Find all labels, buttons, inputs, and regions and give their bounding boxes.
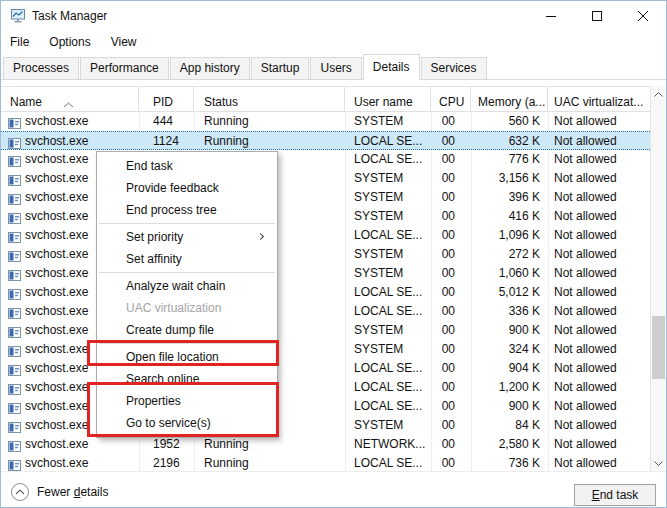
tab-bar: Processes Performance App history Startu… [1, 53, 666, 80]
process-memory: 84 K [471, 416, 548, 435]
close-button[interactable] [620, 1, 666, 31]
process-memory: 776 K [471, 150, 548, 169]
menu-view[interactable]: View [101, 31, 147, 53]
context-menu-item-set-affinity[interactable]: Set affinity [97, 248, 277, 270]
process-name: svchost.exe [25, 114, 88, 128]
process-uac: Not allowed [548, 454, 652, 471]
process-name: svchost.exe [25, 380, 88, 394]
vertical-scrollbar[interactable] [650, 86, 666, 471]
process-user: LOCAL SE... [345, 302, 431, 321]
process-status: Running [194, 132, 345, 149]
process-user: SYSTEM [345, 321, 431, 340]
context-menu-item-analyze-wait-chain[interactable]: Analyze wait chain [97, 275, 277, 297]
process-cpu: 00 [431, 302, 471, 321]
tab-details[interactable]: Details [363, 54, 420, 80]
process-cpu: 00 [431, 321, 471, 340]
process-cpu: 00 [431, 132, 471, 149]
process-name: svchost.exe [25, 247, 88, 261]
application-icon [8, 344, 21, 359]
highlight-box-open-file-location [87, 340, 279, 366]
process-memory: 5,012 K [471, 283, 548, 302]
process-user: NETWORK... [345, 435, 431, 454]
process-user: LOCAL SE... [345, 397, 431, 416]
scrollbar-thumb[interactable] [652, 316, 665, 379]
menu-separator [99, 223, 275, 224]
menu-file[interactable]: File [1, 31, 39, 53]
process-name: svchost.exe [25, 152, 88, 166]
process-user: LOCAL SE... [345, 454, 431, 471]
process-cpu: 00 [431, 245, 471, 264]
process-memory: 3,156 K [471, 169, 548, 188]
process-name: svchost.exe [25, 190, 88, 204]
column-header-user-name[interactable]: User name [345, 87, 431, 111]
context-menu-item-end-task[interactable]: End task [97, 155, 277, 177]
scroll-up-icon[interactable] [651, 86, 666, 102]
column-header-memory[interactable]: Memory (a... [471, 87, 548, 111]
column-header-pid[interactable]: PID [139, 87, 194, 111]
process-name: svchost.exe [25, 361, 88, 375]
process-name: svchost.exe [25, 399, 88, 413]
title-bar: Task Manager [1, 1, 666, 31]
process-uac: Not allowed [548, 435, 652, 454]
process-user: LOCAL SE... [345, 226, 431, 245]
tab-startup[interactable]: Startup [251, 57, 310, 79]
table-row[interactable]: svchost.exe444RunningSYSTEM00560 KNot al… [1, 112, 652, 131]
application-icon [8, 458, 21, 471]
application-icon [8, 306, 21, 321]
scroll-down-icon[interactable] [651, 455, 666, 471]
process-uac: Not allowed [548, 340, 652, 359]
process-pid: 2196 [139, 454, 194, 471]
tab-services[interactable]: Services [421, 57, 487, 79]
application-icon [8, 439, 21, 454]
maximize-button[interactable] [574, 1, 620, 31]
process-memory: 900 K [471, 397, 548, 416]
application-icon [8, 173, 21, 188]
context-menu-item-create-dump-file[interactable]: Create dump file [97, 319, 277, 341]
tab-processes[interactable]: Processes [3, 57, 79, 79]
tab-app-history[interactable]: App history [170, 57, 250, 79]
process-user: SYSTEM [345, 340, 431, 359]
column-header-status[interactable]: Status [194, 87, 345, 111]
process-cpu: 00 [431, 150, 471, 169]
application-icon [8, 401, 21, 416]
process-uac: Not allowed [548, 207, 652, 226]
application-icon [8, 382, 21, 397]
context-menu-item-set-priority[interactable]: Set priority [97, 226, 277, 248]
process-uac: Not allowed [548, 188, 652, 207]
column-header-uac-virtualization[interactable]: UAC virtualizat... [548, 87, 652, 111]
process-user: SYSTEM [345, 264, 431, 283]
process-uac: Not allowed [548, 397, 652, 416]
menu-options[interactable]: Options [39, 31, 100, 53]
process-memory: 1,096 K [471, 226, 548, 245]
minimize-button[interactable] [528, 1, 574, 31]
tab-users[interactable]: Users [310, 57, 361, 79]
table-row[interactable]: svchost.exe2196RunningLOCAL SE...00736 K… [1, 454, 652, 471]
application-icon [8, 420, 21, 435]
process-uac: Not allowed [548, 283, 652, 302]
process-user: LOCAL SE... [345, 378, 431, 397]
process-name: svchost.exe [25, 266, 88, 280]
process-name: svchost.exe [25, 171, 88, 185]
tab-performance[interactable]: Performance [80, 57, 169, 79]
end-task-button[interactable]: End task [574, 484, 656, 506]
column-header-name[interactable]: Name [1, 87, 139, 111]
process-name: svchost.exe [25, 209, 88, 223]
context-menu-item-provide-feedback[interactable]: Provide feedback [97, 177, 277, 199]
process-uac: Not allowed [548, 132, 652, 149]
process-name: svchost.exe [25, 304, 88, 318]
process-cpu: 00 [431, 226, 471, 245]
context-menu-item-end-process-tree[interactable]: End process tree [97, 199, 277, 221]
process-user: SYSTEM [345, 245, 431, 264]
process-cpu: 00 [431, 340, 471, 359]
process-cpu: 00 [431, 112, 471, 131]
process-memory: 272 K [471, 245, 548, 264]
process-user: LOCAL SE... [345, 359, 431, 378]
process-status: Running [194, 454, 345, 471]
fewer-details-button[interactable]: Fewer details [11, 483, 108, 501]
application-icon [8, 154, 21, 169]
process-memory: 904 K [471, 359, 548, 378]
column-header-cpu[interactable]: CPU [431, 87, 471, 111]
process-cpu: 00 [431, 378, 471, 397]
task-manager-window: Task Manager File Options View Processes… [0, 0, 667, 508]
table-row[interactable]: svchost.exe1124RunningLOCAL SE...00632 K… [1, 131, 652, 150]
